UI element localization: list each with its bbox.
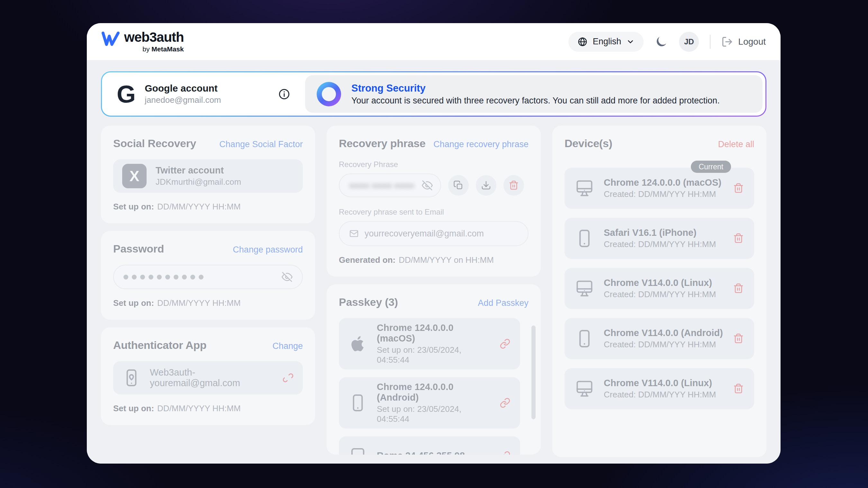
device-item-title: Chrome 124.0.0.0 (macOS) bbox=[604, 177, 723, 188]
device-item-subtitle: Created: DD/MM/YYY HH:MM bbox=[604, 189, 723, 199]
social-setup-on: Set up on:DD/MM/YYYY HH:MM bbox=[113, 202, 303, 212]
language-label: English bbox=[593, 37, 621, 46]
recovery-phrase-label: Recovery Phrase bbox=[339, 160, 528, 169]
logo-subtext: by MetaMask bbox=[143, 45, 184, 53]
column-1: Social Recovery Change Social Factor X T… bbox=[101, 126, 315, 457]
link-icon[interactable] bbox=[500, 397, 510, 408]
security-status-title: Strong Security bbox=[351, 83, 720, 94]
recovery-phrase-title: Recovery phrase bbox=[339, 137, 426, 150]
device-list-item: Chrome V114.0.0 (Android) Created: DD/MM… bbox=[564, 318, 754, 359]
password-input[interactable] bbox=[113, 265, 303, 289]
link-icon[interactable] bbox=[500, 338, 510, 349]
unlink-icon[interactable] bbox=[282, 372, 294, 384]
recovery-generated-on: Generated on:DD/MM/YYYY on HH:MM bbox=[339, 255, 528, 265]
header: web3auth by MetaMask English JD bbox=[87, 23, 780, 60]
trash-icon[interactable] bbox=[733, 233, 744, 244]
factors-grid: Social Recovery Change Social Factor X T… bbox=[101, 126, 767, 457]
passkey-card: Passkey (3) Add Passkey Chrome 124.0.0.0… bbox=[327, 284, 541, 455]
dark-mode-toggle-moon-icon[interactable] bbox=[654, 35, 668, 48]
google-logo-icon: G bbox=[117, 82, 135, 106]
passkey-list: Chrome 124.0.0.0 (macOS) Set up on: 23/0… bbox=[339, 318, 528, 455]
device-item-title: Chrome V114.0.0 (Linux) bbox=[604, 378, 723, 388]
mail-icon bbox=[349, 229, 359, 238]
trash-icon[interactable] bbox=[733, 283, 744, 294]
password-dot bbox=[174, 275, 179, 280]
trash-icon[interactable] bbox=[733, 183, 744, 194]
avatar[interactable]: JD bbox=[679, 32, 699, 52]
link-icon[interactable] bbox=[500, 451, 510, 455]
logout-button[interactable]: Logout bbox=[721, 36, 766, 47]
security-status-panel: Strong Security Your account is secured … bbox=[305, 75, 763, 113]
password-dot bbox=[182, 275, 187, 280]
add-passkey-link[interactable]: Add Passkey bbox=[478, 298, 528, 308]
device-item-title: Chrome V114.0.0 (Android) bbox=[604, 328, 723, 338]
passkey-item-title: Chrome 124.0.0.0 (Android) bbox=[377, 382, 490, 403]
social-recovery-title: Social Recovery bbox=[113, 137, 196, 150]
globe-icon bbox=[578, 37, 588, 47]
device-list-item: Chrome V114.0.0 (Linux) Created: DD/MM/Y… bbox=[564, 268, 754, 309]
device-item-subtitle: Created: DD/MM/YYY HH:MM bbox=[604, 339, 723, 350]
authenticator-title: Authenticator App bbox=[113, 339, 207, 352]
authenticator-item: Web3auth-youremail@gmal.com bbox=[113, 361, 303, 394]
devices-title: Device(s) bbox=[564, 137, 613, 150]
current-device-badge: Current bbox=[691, 161, 731, 173]
password-card: Password Change password Set up on:DD/MM… bbox=[101, 231, 315, 320]
delete-all-link[interactable]: Delete all bbox=[718, 139, 754, 150]
passkey-scrollbar[interactable] bbox=[531, 325, 535, 419]
recovery-email-input[interactable]: yourrecoveryemail@gmail.com bbox=[339, 221, 528, 246]
password-setup-on: Set up on:DD/MM/YYYY HH:MM bbox=[113, 298, 303, 308]
download-icon bbox=[481, 180, 491, 191]
password-dot bbox=[199, 275, 204, 280]
security-strength-ring-icon bbox=[317, 82, 341, 106]
provider-email: janedoe@gmail.com bbox=[145, 95, 278, 105]
authenticator-setup-on: Set up on:DD/MM/YYYY HH:MM bbox=[113, 403, 303, 414]
device-list-item: Current Chrome 124.0.0.0 (macOS) Created… bbox=[564, 168, 754, 209]
password-dot bbox=[190, 275, 195, 280]
recovery-phrase-card: Recovery phrase Change recovery phrase R… bbox=[327, 126, 541, 276]
copy-phrase-button[interactable] bbox=[448, 175, 469, 196]
change-social-factor-link[interactable]: Change Social Factor bbox=[219, 139, 303, 150]
passkey-item-title: Rome 24.456.355.98 bbox=[377, 450, 490, 455]
device-item-subtitle: Created: DD/MM/YYY HH:MM bbox=[604, 239, 723, 249]
change-recovery-phrase-link[interactable]: Change recovery phrase bbox=[433, 139, 528, 150]
column-2: Recovery phrase Change recovery phrase R… bbox=[327, 126, 541, 457]
trash-icon[interactable] bbox=[733, 383, 744, 394]
device-item-title: Safari V16.1 (iPhone) bbox=[604, 227, 723, 238]
column-3: Device(s) Delete all Current Chrome 124.… bbox=[552, 126, 767, 457]
chevron-down-icon bbox=[626, 38, 634, 46]
download-phrase-button[interactable] bbox=[476, 175, 496, 196]
recovery-email-value: yourrecoveryemail@gmail.com bbox=[365, 229, 484, 239]
language-selector[interactable]: English bbox=[568, 32, 644, 52]
devices-card: Device(s) Delete all Current Chrome 124.… bbox=[552, 126, 767, 457]
recovery-email-label: Recovery phrase sent to Email bbox=[339, 207, 528, 217]
twitter-account-email: JDKmurthi@gmail.com bbox=[156, 177, 294, 187]
password-dot bbox=[132, 275, 136, 280]
device-item-title: Chrome V114.0.0 (Linux) bbox=[604, 278, 723, 288]
device-list-item: Chrome V114.0.0 (Linux) Created: DD/MM/Y… bbox=[564, 368, 754, 409]
device-list-item: Safari V16.1 (iPhone) Created: DD/MM/YYY… bbox=[564, 218, 754, 259]
phone-icon bbox=[575, 229, 594, 248]
login-provider: G Google account janedoe@gmail.com bbox=[102, 82, 278, 106]
phone-icon bbox=[348, 394, 367, 412]
tablet-icon bbox=[348, 447, 367, 455]
header-divider bbox=[710, 35, 711, 49]
recovery-phrase-input[interactable]: ●●●● ●●●● ●●●● bbox=[339, 173, 441, 197]
recovery-phrase-row: ●●●● ●●●● ●●●● bbox=[339, 173, 528, 197]
trash-icon[interactable] bbox=[733, 333, 744, 344]
device-item-subtitle: Created: DD/MM/YYY HH:MM bbox=[604, 390, 723, 400]
trash-icon bbox=[508, 180, 519, 191]
change-password-link[interactable]: Change password bbox=[233, 245, 303, 255]
social-recovery-card: Social Recovery Change Social Factor X T… bbox=[101, 126, 315, 223]
app-window: web3auth by MetaMask English JD bbox=[87, 23, 780, 464]
info-icon[interactable] bbox=[278, 88, 290, 100]
logout-label: Logout bbox=[738, 37, 766, 47]
passkey-list-item: Chrome 124.0.0.0 (Android) Set up on: 23… bbox=[339, 377, 520, 429]
eye-off-icon[interactable] bbox=[282, 271, 292, 282]
delete-phrase-button[interactable] bbox=[503, 175, 524, 196]
x-twitter-icon: X bbox=[122, 164, 147, 188]
passkey-item-title: Chrome 124.0.0.0 (macOS) bbox=[377, 323, 490, 344]
change-authenticator-link[interactable]: Change bbox=[272, 341, 303, 351]
desktop-icon bbox=[575, 379, 594, 398]
eye-off-icon[interactable] bbox=[422, 180, 433, 191]
device-item-subtitle: Created: DD/MM/YYY HH:MM bbox=[604, 289, 723, 299]
